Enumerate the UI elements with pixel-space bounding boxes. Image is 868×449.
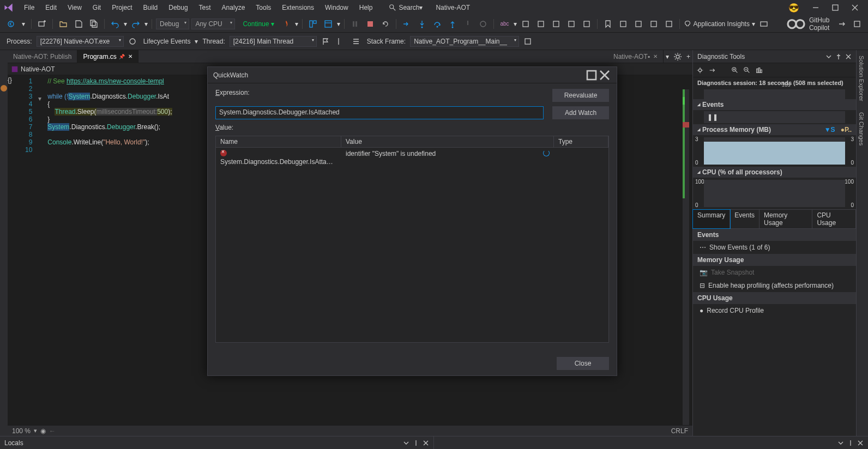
diag-cpu-header[interactable]: CPU (% of all processors): [693, 167, 856, 178]
nav-fwd-icon[interactable]: ▾: [20, 18, 27, 30]
menu-git[interactable]: Git: [87, 2, 106, 14]
platform-dropdown[interactable]: Any CPU: [191, 19, 235, 29]
expression-input[interactable]: System.Diagnostics.Debugger.IsAttached: [215, 106, 544, 119]
menu-file[interactable]: File: [19, 2, 40, 14]
stack-dropdown[interactable]: Native_AOT_Program__Main__: [410, 36, 519, 47]
menu-view[interactable]: View: [62, 2, 87, 14]
app-insights-link[interactable]: Application Insights ▾: [684, 20, 755, 28]
menu-help[interactable]: Help: [354, 2, 378, 14]
panel-menu-icon[interactable]: [837, 440, 844, 446]
process-dropdown[interactable]: [22276] Native-AOT.exe: [37, 36, 124, 47]
menu-project[interactable]: Project: [106, 2, 137, 14]
tool-icon-8[interactable]: [647, 17, 660, 31]
tool-icon-2[interactable]: [534, 17, 547, 31]
tool-icon-1[interactable]: [519, 17, 532, 31]
quickwatch-titlebar[interactable]: QuickWatch: [208, 67, 617, 83]
doc-tab-program[interactable]: Program.cs📌✕: [77, 50, 138, 63]
step-out-icon[interactable]: [446, 17, 459, 31]
menu-edit[interactable]: Edit: [40, 2, 62, 14]
menu-debug[interactable]: Debug: [163, 2, 193, 14]
step-misc-icon[interactable]: [477, 17, 490, 31]
qw-col-value[interactable]: Value: [341, 136, 554, 147]
stop-icon[interactable]: [364, 17, 377, 31]
fold-column[interactable]: ▾: [37, 75, 43, 425]
pin-icon[interactable]: [847, 440, 854, 446]
close-button[interactable]: [845, 0, 865, 15]
tool-icon-9[interactable]: [662, 17, 676, 31]
undo-icon[interactable]: [108, 17, 122, 31]
diag-settings-icon[interactable]: [696, 66, 704, 74]
diag-events-header[interactable]: Events: [693, 99, 856, 110]
thread-dropdown[interactable]: [24216] Main Thread: [230, 36, 317, 47]
reevaluate-button[interactable]: Reevaluate: [552, 89, 609, 102]
show-next-statement-icon[interactable]: [400, 17, 413, 31]
continue-button[interactable]: Continue ▾: [237, 19, 278, 29]
lifecycle-label[interactable]: Lifecycle Events: [141, 38, 193, 45]
pause-events-icon[interactable]: ❚❚: [707, 113, 718, 121]
diag-memory-header[interactable]: Process Memory (MB)▼S●P..: [693, 124, 856, 135]
record-cpu-link[interactable]: ●Record CPU Profile: [693, 304, 856, 317]
menu-test[interactable]: Test: [194, 2, 216, 14]
side-tab-solution-explorer[interactable]: Solution Explorer: [857, 50, 866, 107]
qw-col-type[interactable]: Type: [554, 136, 608, 147]
hot-reload-icon[interactable]: [280, 17, 293, 31]
zoom-level[interactable]: 100 %: [12, 427, 31, 435]
search-box[interactable]: Search ▾: [389, 4, 423, 11]
tool-icon-7[interactable]: [632, 17, 645, 31]
code-content[interactable]: // See https://aka.ms/new-console-templ …: [43, 75, 176, 425]
menu-tools[interactable]: Tools: [250, 2, 276, 14]
save-icon[interactable]: [72, 17, 85, 31]
pin-icon[interactable]: 📌: [119, 54, 125, 59]
panel-menu-icon[interactable]: [825, 53, 832, 60]
diag-export-icon[interactable]: [708, 66, 716, 74]
qw-col-name[interactable]: Name: [216, 136, 341, 147]
menu-build[interactable]: Build: [138, 2, 164, 14]
abc-icon[interactable]: abc: [498, 19, 511, 29]
diag-tab-cpu[interactable]: CPU Usage: [812, 210, 856, 228]
close-button[interactable]: [598, 69, 611, 82]
right-doc-tab[interactable]: Native-AOT ▪✕: [608, 50, 664, 63]
share-icon[interactable]: [835, 17, 848, 31]
flag-off-icon[interactable]: [334, 35, 347, 48]
save-all-icon[interactable]: [87, 17, 100, 31]
step-into-icon[interactable]: [415, 17, 429, 31]
tool-icon-3[interactable]: [550, 17, 563, 31]
add-icon[interactable]: +: [684, 51, 692, 63]
maximize-button[interactable]: [585, 69, 598, 82]
restart-icon[interactable]: [379, 17, 392, 31]
menu-window[interactable]: Window: [320, 2, 354, 14]
close-icon[interactable]: ✕: [653, 53, 658, 59]
pause-icon[interactable]: [348, 17, 361, 31]
refresh-icon[interactable]: [543, 150, 550, 156]
diag-timeline[interactable]: 10s: [704, 89, 845, 100]
copilot-link[interactable]: GitHub Copilot: [782, 12, 833, 36]
step-layout-icon[interactable]: [306, 17, 320, 31]
menu-extensions[interactable]: Extensions: [276, 2, 320, 14]
close-dialog-button[interactable]: Close: [557, 357, 609, 370]
cpu-chart[interactable]: [704, 180, 845, 207]
tool-icon-5[interactable]: [580, 17, 593, 31]
close-panel-icon[interactable]: [857, 440, 864, 446]
stack-nav-icon[interactable]: [521, 35, 534, 48]
step-back-icon[interactable]: [461, 17, 474, 31]
gear-icon[interactable]: [671, 50, 684, 63]
show-events-link[interactable]: ⋯Show Events (1 of 6): [693, 241, 856, 254]
memory-chart[interactable]: [704, 137, 845, 165]
close-panel-icon[interactable]: [423, 440, 429, 446]
no-issues-icon[interactable]: ◉: [40, 427, 46, 435]
nav-back-icon[interactable]: [4, 17, 17, 31]
tool-icon-4[interactable]: [565, 17, 578, 31]
threads-icon[interactable]: [349, 35, 363, 48]
step-over-icon[interactable]: [431, 17, 444, 31]
extra-icon[interactable]: [757, 17, 770, 31]
flag-icon[interactable]: [319, 35, 332, 48]
new-project-icon[interactable]: [35, 17, 49, 31]
close-panel-icon[interactable]: [845, 53, 852, 60]
bookmark-icon[interactable]: [601, 17, 614, 31]
layout-icon[interactable]: [322, 17, 335, 31]
breakpoint-gutter[interactable]: [0, 50, 8, 436]
diag-tab-summary[interactable]: Summary: [693, 210, 730, 228]
pin-icon[interactable]: [835, 53, 842, 60]
open-icon[interactable]: [57, 17, 70, 31]
panel-menu-icon[interactable]: [403, 440, 409, 446]
